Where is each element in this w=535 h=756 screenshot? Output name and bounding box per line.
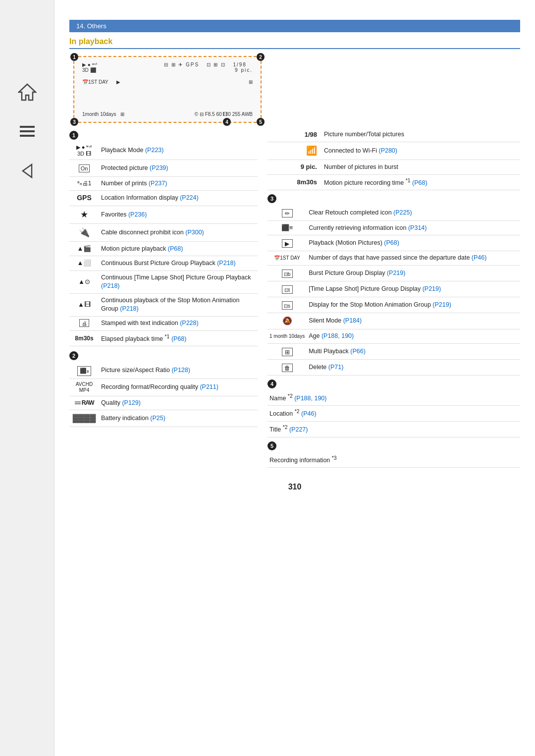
- text-motion-time: Motion picture recording time *1 (P68): [322, 174, 520, 190]
- table-row: ▲⬜ Continuous Burst Picture Group Playba…: [69, 256, 258, 270]
- table-row: ⬛₃ Picture size/Aspect Ratio (P128): [69, 362, 258, 378]
- section-5-bullet: 5: [268, 441, 276, 450]
- table-row: ▓▓▓▓ Battery indication (P25): [69, 410, 258, 427]
- icon-cell-playback-motion: ▶: [268, 235, 307, 251]
- text-clear-retouch: Clear Retouch completed icon (P225): [307, 205, 520, 221]
- cam-date-label: 📅1ST DAY ▶: [82, 79, 120, 85]
- cam-bullet-3: 3: [70, 118, 78, 126]
- icon-cell-burst-display: ⊡b: [268, 265, 307, 281]
- svg-rect-2: [20, 130, 35, 132]
- table-row: 🔌 Cable disconnect prohibit icon (P300): [69, 224, 258, 242]
- icon-cell-aspect: ⬛₃: [69, 362, 99, 378]
- table-row: ★ Favorites (P236): [69, 206, 258, 223]
- icon-cell-retrieving: ⬛≡: [268, 221, 307, 235]
- cam-duration: 1month 10days ⊞: [82, 111, 124, 117]
- icon-cell-delete: 🗑: [268, 359, 307, 375]
- right-top-table: 1/98 Picture number/Total pictures 📶 Con…: [268, 128, 520, 190]
- table-row: 8m30s Elapsed playback time *1 (P68): [69, 330, 258, 346]
- text-playback-motion: Playback (Motion Pictures) (P68): [307, 235, 520, 251]
- icon-cell-clear-retouch: ✏: [268, 205, 307, 221]
- text-cell-motion-playback: Motion picture playback (P68): [99, 242, 258, 256]
- table-row: GPS Location Information display (P224): [69, 191, 258, 206]
- table-row: 📅1ST DAY Number of days that have passed…: [268, 251, 520, 266]
- text-cell-aspect: Picture size/Aspect Ratio (P128): [99, 362, 258, 378]
- table-row: ⊞ Multi Playback (P66): [268, 343, 520, 359]
- cam-top-bar: ▶ ● ᵒᵘᵗ3D ⬛ ⊟ ⊞ ✈ GPS ⊡ ⊞ ⊡ 1/98 9 pic.: [82, 62, 253, 73]
- home-icon[interactable]: [15, 79, 40, 104]
- table-row: 1 month 10days Age (P188, 190): [268, 329, 520, 344]
- section-1-bullet: 1: [69, 131, 78, 140]
- icon-cell-age-val: 1 month 10days: [268, 329, 307, 344]
- table-row: ▲⊙ Continuous [Time Lapse Shot] Picture …: [69, 270, 258, 293]
- text-title: Title *2 (P227): [268, 422, 520, 437]
- menu-icon[interactable]: [15, 119, 40, 144]
- table-row: Location *2 (P46): [268, 406, 520, 422]
- table-row: 1/98 Picture number/Total pictures: [268, 128, 520, 142]
- in-playback-title: In playback: [69, 37, 520, 49]
- section-1-table: ▶ ● ᵒᵘᵗ3D 🎞 Playback Mode (P223) On Prot…: [69, 142, 258, 346]
- icon-cell-motion-playback: ▲🎬: [69, 242, 99, 256]
- cam-top-icons: ⊟ ⊞ ✈ GPS ⊡ ⊞ ⊡ 1/98 9 pic.: [164, 62, 253, 73]
- text-burst-pics: Number of pictures in burst: [322, 160, 520, 174]
- text-name: Name *2 (P188, 190): [268, 390, 520, 406]
- page-number: 310: [69, 483, 520, 491]
- section-2-table: ⬛₃ Picture size/Aspect Ratio (P128) AVCH…: [69, 362, 258, 427]
- text-cell-recording-format: Recording format/Recording quality (P211…: [99, 378, 258, 396]
- sidebar: [0, 0, 54, 756]
- table-row: ⊡s Display for the Stop Motion Animation…: [268, 297, 520, 313]
- text-cell-favorites: Favorites (P236): [99, 206, 258, 223]
- table-row: 9 pic. Number of pictures in burst: [268, 160, 520, 174]
- table-row: AVCHDMP4 Recording format/Recording qual…: [69, 378, 258, 396]
- icon-cell-stamped: 🖨: [69, 316, 99, 330]
- text-picture-number: Picture number/Total pictures: [322, 128, 520, 142]
- text-cell-stamped: Stamped with text indication (P228): [99, 316, 258, 330]
- section-3-table: ✏ Clear Retouch completed icon (P225) ⬛≡…: [268, 205, 520, 376]
- icon-cell-elapsed: 8m30s: [69, 330, 99, 346]
- val-picture-number: 1/98: [268, 128, 322, 142]
- val-motion-time: 8m30s: [268, 174, 322, 190]
- val-wifi: 📶: [268, 142, 322, 160]
- table-row: 🗑 Delete (P71): [268, 359, 520, 375]
- icon-cell-playback-mode: ▶ ● ᵒᵘᵗ3D 🎞: [69, 142, 99, 160]
- section-header-text: 14. Others: [76, 22, 107, 30]
- text-burst-display: Burst Picture Group Display (P219): [307, 265, 520, 281]
- text-cell-burst-group: Continuous Burst Picture Group Playback …: [99, 256, 258, 270]
- icon-cell-protected: On: [69, 160, 99, 176]
- text-retrieving: Currently retrieving information icon (P…: [307, 221, 520, 235]
- icon-cell-timelapse-group: ▲⊙: [69, 270, 99, 293]
- table-row: ⊡t [Time Lapse Shot] Picture Group Displ…: [268, 281, 520, 297]
- cam-playback-icons: ▶ ● ᵒᵘᵗ3D ⬛: [82, 62, 98, 73]
- icon-cell-multi-playback: ⊞: [268, 343, 307, 359]
- text-cell-quality: Quality (P129): [99, 396, 258, 410]
- section-5-table: Recording information *3: [268, 452, 520, 468]
- icon-cell-recording-format: AVCHDMP4: [69, 378, 99, 396]
- section-4-table: Name *2 (P188, 190) Location *2 (P46) Ti…: [268, 390, 520, 437]
- text-wifi: Connected to Wi-Fi (P280): [322, 142, 520, 160]
- table-row: Recording information *3: [268, 452, 520, 468]
- table-row: Name *2 (P188, 190): [268, 390, 520, 406]
- icon-cell-burst-group: ▲⬜: [69, 256, 99, 270]
- main-content: 14. Others In playback 1 2 3 4 5 ▶ ● ᵒᵘᵗ…: [54, 0, 535, 511]
- icon-cell-stopmotion-group: ▲🎞: [69, 293, 99, 316]
- two-column-layout: 1 ▶ ● ᵒᵘᵗ3D 🎞 Playback Mode (P223) On Pr…: [69, 128, 520, 468]
- back-icon[interactable]: [15, 159, 40, 183]
- table-row: ▶ Playback (Motion Pictures) (P68): [268, 235, 520, 251]
- cam-bottom-bar: 1month 10days ⊞ © ⊟ F8.5 60 🎞0 255 AWB: [82, 111, 253, 117]
- section-header: 14. Others: [69, 20, 520, 32]
- section-2-bullet: 2: [69, 351, 78, 360]
- val-burst-pics: 9 pic.: [268, 160, 322, 174]
- text-cell-elapsed: Elapsed playback time *1 (P68): [99, 330, 258, 346]
- table-row: 🖨 Stamped with text indication (P228): [69, 316, 258, 330]
- icon-cell-favorites: ★: [69, 206, 99, 223]
- icon-cell-gps: GPS: [69, 191, 99, 206]
- table-row: ▲🎬 Motion picture playback (P68): [69, 242, 258, 256]
- table-row: ▶ ● ᵒᵘᵗ3D 🎞 Playback Mode (P223): [69, 142, 258, 160]
- icon-cell-quality: ≡≡ RAW: [69, 396, 99, 410]
- table-row: On Protected picture (P239): [69, 160, 258, 176]
- section-3-bullet: 3: [268, 194, 276, 203]
- text-cell-cable: Cable disconnect prohibit icon (P300): [99, 224, 258, 242]
- table-row: ▲🎞 Continuous playback of the Stop Motio…: [69, 293, 258, 316]
- icon-cell-battery: ▓▓▓▓: [69, 410, 99, 427]
- section-4-bullet: 4: [268, 379, 276, 388]
- text-silent: Silent Mode (P184): [307, 313, 520, 329]
